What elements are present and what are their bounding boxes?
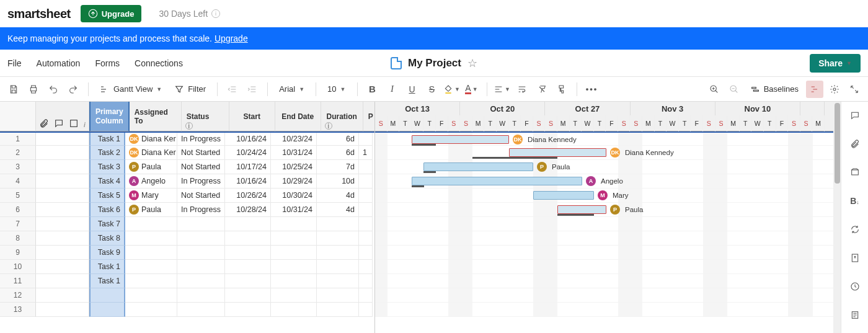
menu-file[interactable]: File bbox=[7, 58, 22, 68]
cell-assigned[interactable]: MMary bbox=[125, 189, 177, 203]
gantt-bar[interactable] bbox=[557, 205, 606, 214]
cell-start[interactable] bbox=[225, 288, 271, 303]
gantt-row[interactable] bbox=[375, 217, 841, 231]
filter-button[interactable]: Filter bbox=[169, 81, 211, 98]
cell-duration[interactable] bbox=[317, 288, 359, 303]
more-icon[interactable]: ••• bbox=[583, 81, 601, 98]
column-header-start[interactable]: Start bbox=[229, 102, 275, 131]
table-row[interactable]: 12 bbox=[0, 288, 374, 303]
clear-format-icon[interactable] bbox=[533, 81, 551, 98]
menu-connections[interactable]: Connections bbox=[135, 58, 183, 68]
text-color-icon[interactable]: A▼ bbox=[463, 81, 480, 98]
indent-icon[interactable] bbox=[244, 81, 261, 98]
align-icon[interactable]: ▼ bbox=[494, 81, 511, 98]
cell-end[interactable]: 10/23/24 bbox=[271, 133, 317, 146]
row-number[interactable]: 6 bbox=[0, 203, 36, 217]
cell-predecessor[interactable] bbox=[359, 303, 373, 317]
cell-end[interactable]: 10/29/24 bbox=[271, 174, 317, 189]
row-attach[interactable] bbox=[36, 133, 89, 146]
cell-duration[interactable] bbox=[317, 303, 359, 317]
cell-primary[interactable]: Task 1 bbox=[89, 133, 125, 146]
cell-end[interactable]: 10/31/24 bbox=[271, 146, 317, 160]
cell-predecessor[interactable] bbox=[359, 160, 373, 174]
cell-assigned[interactable]: PPaula bbox=[125, 160, 177, 174]
row-number[interactable]: 13 bbox=[0, 303, 36, 317]
font-selector[interactable]: Arial▼ bbox=[274, 81, 309, 98]
cell-duration[interactable]: 4d bbox=[317, 203, 359, 217]
cell-assigned[interactable]: DKDiana Ker bbox=[125, 146, 177, 160]
cell-status[interactable]: In Progress bbox=[177, 133, 225, 146]
expand-icon[interactable] bbox=[846, 81, 863, 98]
cell-predecessor[interactable]: 1 bbox=[359, 146, 373, 160]
conversations-icon[interactable] bbox=[846, 107, 864, 124]
row-number[interactable]: 1 bbox=[0, 133, 36, 146]
row-number[interactable]: 7 bbox=[0, 217, 36, 231]
cell-assigned[interactable] bbox=[125, 260, 177, 274]
gantt-bar[interactable] bbox=[509, 148, 606, 157]
cell-end[interactable] bbox=[271, 303, 317, 317]
column-header-primary[interactable]: Primary Column bbox=[89, 102, 130, 131]
italic-icon[interactable]: I bbox=[384, 81, 401, 98]
upgrade-button[interactable]: Upgrade bbox=[81, 5, 142, 22]
cell-primary[interactable]: Task 9 bbox=[89, 246, 125, 260]
baselines-button[interactable]: Baselines bbox=[745, 81, 804, 98]
row-number[interactable]: 10 bbox=[0, 260, 36, 274]
cell-start[interactable] bbox=[225, 274, 271, 288]
cell-status[interactable]: In Progress bbox=[177, 174, 225, 189]
cell-start[interactable] bbox=[225, 303, 271, 317]
cell-start[interactable] bbox=[225, 231, 271, 246]
gantt-row[interactable] bbox=[375, 260, 841, 274]
brandfolder-icon[interactable]: B↓ bbox=[846, 192, 864, 210]
format-painter-icon[interactable] bbox=[553, 81, 570, 98]
strikethrough-icon[interactable]: S bbox=[423, 81, 441, 98]
row-number[interactable]: 2 bbox=[0, 146, 36, 160]
outdent-icon[interactable] bbox=[224, 81, 241, 98]
cell-predecessor[interactable] bbox=[359, 133, 373, 146]
cell-start[interactable] bbox=[225, 217, 271, 231]
share-button[interactable]: Share▼ bbox=[810, 54, 861, 73]
settings-icon[interactable] bbox=[826, 81, 843, 98]
view-selector[interactable]: Gantt View▼ bbox=[95, 81, 167, 98]
cell-duration[interactable]: 10d bbox=[317, 174, 359, 189]
cell-end[interactable] bbox=[271, 274, 317, 288]
cell-assigned[interactable]: PPaula bbox=[125, 203, 177, 217]
wrap-icon[interactable] bbox=[513, 81, 531, 98]
cell-start[interactable] bbox=[225, 246, 271, 260]
summary-icon[interactable] bbox=[846, 306, 864, 324]
cell-predecessor[interactable] bbox=[359, 274, 373, 288]
logo[interactable]: smartsheet bbox=[7, 7, 71, 21]
gantt-row[interactable]: DKDiana Kennedy bbox=[375, 131, 841, 146]
gantt-bar[interactable] bbox=[412, 135, 509, 144]
gantt-row[interactable]: AAngelo bbox=[375, 174, 841, 189]
activity-log-icon[interactable] bbox=[846, 278, 864, 295]
cell-assigned[interactable] bbox=[125, 231, 177, 246]
info-icon[interactable]: i bbox=[211, 9, 220, 18]
cell-primary[interactable]: Task 1 bbox=[89, 274, 125, 288]
row-attach[interactable] bbox=[36, 260, 89, 274]
gantt-bar[interactable] bbox=[533, 191, 594, 200]
cell-status[interactable] bbox=[177, 217, 225, 231]
underline-icon[interactable]: U bbox=[404, 81, 421, 98]
cell-primary[interactable]: Task 8 bbox=[89, 231, 125, 246]
fill-color-icon[interactable]: ▼ bbox=[443, 81, 461, 98]
print-icon[interactable] bbox=[25, 81, 42, 98]
row-attach[interactable] bbox=[36, 303, 89, 317]
gantt-row[interactable]: DKDiana Kennedy bbox=[375, 146, 841, 160]
favorite-star-icon[interactable]: ☆ bbox=[467, 56, 477, 70]
cell-predecessor[interactable] bbox=[359, 260, 373, 274]
row-attach[interactable] bbox=[36, 274, 89, 288]
row-attach[interactable] bbox=[36, 288, 89, 303]
publish-icon[interactable] bbox=[846, 249, 864, 267]
cell-assigned[interactable] bbox=[125, 303, 177, 317]
cell-start[interactable]: 10/28/24 bbox=[225, 203, 271, 217]
cell-primary[interactable]: Task 4 bbox=[89, 174, 125, 189]
attachments-icon[interactable] bbox=[846, 135, 864, 153]
row-number[interactable]: 4 bbox=[0, 174, 36, 189]
cell-start[interactable]: 10/24/24 bbox=[225, 146, 271, 160]
cell-primary[interactable]: Task 2 bbox=[89, 146, 125, 160]
row-attach[interactable] bbox=[36, 189, 89, 203]
table-row[interactable]: 8Task 8 bbox=[0, 231, 374, 246]
critical-path-icon[interactable] bbox=[806, 81, 823, 98]
cell-primary[interactable]: Task 1 bbox=[89, 260, 125, 274]
cell-predecessor[interactable] bbox=[359, 231, 373, 246]
